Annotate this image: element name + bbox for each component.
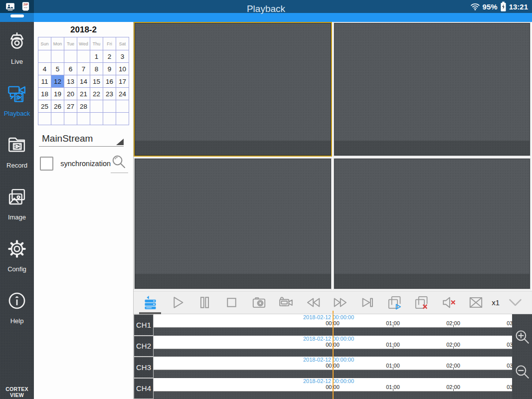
calendar-day-cell[interactable]: 21 <box>77 88 90 100</box>
timeline-row-ch1: CH12018-02-12 00:00:0000:0001:0002:0003:… <box>134 314 512 336</box>
timeline-zoom-panel <box>512 314 532 399</box>
status-indicators: 95% 13:21 <box>470 0 528 13</box>
rewind-button[interactable] <box>302 291 325 314</box>
video-pane-3[interactable] <box>134 158 332 290</box>
drawer-handle[interactable] <box>10 14 24 17</box>
search-icon <box>111 154 127 170</box>
calendar-week-row: 25262728 <box>38 100 129 113</box>
collapse-button[interactable] <box>504 291 527 314</box>
calendar-day-cell[interactable]: 10 <box>116 63 129 75</box>
sidebar-item-live[interactable]: Live <box>0 31 34 83</box>
channel-label: CH1 <box>134 314 154 336</box>
calendar-day-cell[interactable]: 13 <box>64 75 77 88</box>
calendar-day-cell[interactable]: 25 <box>38 100 51 113</box>
sidebar: LivePlaybackRecordImageConfigHelp CORTEX… <box>0 22 34 399</box>
sidebar-item-image[interactable]: Image <box>0 187 34 238</box>
device-list-button[interactable] <box>139 291 162 314</box>
calendar-day-cell <box>38 113 51 125</box>
clock: 13:21 <box>509 2 528 11</box>
stop-button[interactable] <box>220 291 243 314</box>
timeline-datetime: 2018-02-12 00:00:00 <box>303 336 354 342</box>
calendar-header-row: SunMonTueWedThuFriSat <box>38 37 129 50</box>
frame-step-button[interactable] <box>356 291 379 314</box>
playback-options-panel: 2018-2 SunMonTueWedThuFriSat123456789101… <box>34 22 134 399</box>
calendar-week-row <box>38 113 129 125</box>
calendar-day-cell[interactable]: 7 <box>77 63 90 75</box>
timeline-zoom-out-button[interactable] <box>514 363 531 380</box>
calendar-day-cell[interactable]: 11 <box>38 75 51 88</box>
stretch-button[interactable] <box>465 291 488 314</box>
sidebar-item-label: Config <box>7 265 26 273</box>
calendar-day-cell <box>51 50 64 63</box>
video-pane-status-bar <box>135 141 331 155</box>
playback-toolbar: x1 <box>134 291 532 314</box>
calendar-day-cell[interactable]: 17 <box>116 75 129 88</box>
status-bar: ZIPFTP 95% 13:21 <box>0 0 532 13</box>
timeline-tick-mark <box>393 325 393 327</box>
device-icon <box>142 294 159 311</box>
main-area: x1 CH12018-02-12 00:00:0000:0001:0002:00… <box>134 22 532 399</box>
mute-button[interactable] <box>437 291 460 314</box>
sidebar-item-record[interactable]: Record <box>0 135 34 187</box>
calendar-day-header: Mon <box>51 37 64 50</box>
calendar-day-cell <box>116 100 129 113</box>
close-all-button[interactable] <box>410 291 433 314</box>
video-pane-1-selected[interactable] <box>134 22 332 157</box>
svg-text:FTP: FTP <box>24 7 28 9</box>
calendar-day-cell[interactable]: 15 <box>90 75 103 88</box>
record-button[interactable] <box>275 291 298 314</box>
calendar-day-cell-selected[interactable]: 12 <box>51 75 64 88</box>
calendar-day-cell[interactable]: 28 <box>77 100 90 113</box>
calendar-day-cell[interactable]: 16 <box>103 75 116 88</box>
chevron-down-icon <box>507 294 524 311</box>
timeline: CH12018-02-12 00:00:0000:0001:0002:0003:… <box>134 314 532 399</box>
playhead[interactable] <box>333 314 334 399</box>
play-all-icon <box>386 294 403 311</box>
speed-button[interactable]: x1 <box>492 298 500 307</box>
calendar-day-cell[interactable]: 1 <box>90 50 103 63</box>
calendar-day-cell[interactable]: 9 <box>103 63 116 75</box>
calendar-day-cell[interactable]: 19 <box>51 88 64 100</box>
calendar-day-cell[interactable]: 4 <box>38 63 51 75</box>
timeline-zoom-in-button[interactable] <box>514 328 531 345</box>
fast-forward-button[interactable] <box>329 291 352 314</box>
calendar-day-cell[interactable]: 5 <box>51 63 64 75</box>
sidebar-item-label: Playback <box>4 110 30 117</box>
video-pane-4[interactable] <box>333 158 531 290</box>
calendar-day-cell[interactable]: 22 <box>90 88 103 100</box>
notification-area[interactable]: ZIPFTP <box>5 1 31 11</box>
play-button[interactable] <box>166 291 189 314</box>
sidebar-item-label: Live <box>11 58 23 65</box>
calendar-day-cell[interactable]: 2 <box>103 50 116 63</box>
sidebar-item-help[interactable]: Help <box>0 290 34 342</box>
calendar-day-cell[interactable]: 26 <box>51 100 64 113</box>
stream-type-dropdown[interactable]: MainStream <box>39 133 124 147</box>
calendar-day-cell[interactable]: 18 <box>38 88 51 100</box>
calendar-day-cell[interactable]: 14 <box>77 75 90 88</box>
calendar-day-header: Tue <box>64 37 77 50</box>
pause-button[interactable] <box>193 291 216 314</box>
sidebar-item-playback[interactable]: Playback <box>0 83 34 135</box>
play-all-button[interactable] <box>383 291 406 314</box>
fast-forward-icon <box>332 294 349 311</box>
calendar-day-cell[interactable]: 27 <box>64 100 77 113</box>
calendar-day-cell[interactable]: 3 <box>116 50 129 63</box>
zoom-out-icon <box>514 363 531 380</box>
calendar-day-cell[interactable]: 23 <box>103 88 116 100</box>
calendar-day-cell[interactable]: 20 <box>64 88 77 100</box>
snapshot-button[interactable] <box>247 291 270 314</box>
calendar-day-cell[interactable]: 6 <box>64 63 77 75</box>
record-folder-icon <box>6 135 27 156</box>
sidebar-item-config[interactable]: Config <box>0 238 34 290</box>
calendar-day-cell[interactable]: 24 <box>116 88 129 100</box>
calendar-week-row: 45678910 <box>38 63 129 75</box>
gear-icon <box>6 238 27 259</box>
synchronization-checkbox[interactable] <box>40 157 53 171</box>
timeline-row-ch4: CH42018-02-12 00:00:0000:0001:0002:0003:… <box>134 378 512 399</box>
video-pane-2[interactable] <box>333 22 531 157</box>
timeline-tick-label: 03:00 <box>507 342 512 348</box>
timeline-tick-mark <box>393 389 393 391</box>
search-button[interactable] <box>111 154 128 173</box>
calendar-day-cell[interactable]: 8 <box>90 63 103 75</box>
timeline-tick-mark <box>453 389 454 391</box>
